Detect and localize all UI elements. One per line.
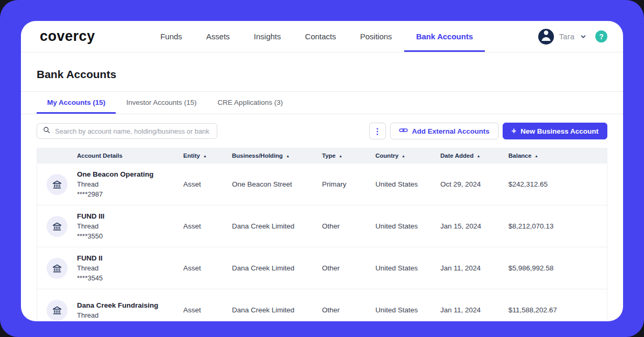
account-name: Dana Creek Fundraising: [77, 300, 183, 310]
column-balance[interactable]: Balance▲: [508, 153, 607, 159]
user-avatar[interactable]: [538, 29, 554, 45]
toolbar: ⋮ Add External Accounts + New Business A…: [37, 123, 607, 139]
sort-asc-icon[interactable]: ▲: [203, 154, 207, 158]
column-account-details: Account Details: [77, 153, 183, 159]
business-cell: Dana Creek Limited: [232, 306, 322, 314]
entity-cell: Asset: [183, 306, 232, 314]
covercy-logo: covercy: [40, 28, 95, 45]
tab-investor-accounts[interactable]: Investor Accounts (15): [116, 92, 207, 114]
tab-bar: My Accounts (15) Investor Accounts (15) …: [21, 91, 623, 114]
tab-cre-applications[interactable]: CRE Applications (3): [207, 92, 294, 114]
link-icon: [399, 126, 408, 136]
balance-cell: $11,588,202.67: [508, 306, 607, 314]
balance-cell: $5,986,992.58: [508, 264, 607, 272]
nav-item-bank-accounts[interactable]: Bank Accounts: [404, 21, 485, 52]
main-nav: Funds Assets Insights Contacts Positions…: [95, 21, 538, 52]
country-cell: United States: [375, 222, 440, 230]
search-box[interactable]: [37, 123, 217, 139]
sort-asc-icon[interactable]: ▲: [286, 154, 290, 158]
column-date-added[interactable]: Date Added▲: [440, 153, 508, 159]
bank-icon: [47, 174, 68, 195]
page-content: Bank Accounts My Accounts (15) Investor …: [21, 68, 623, 321]
column-entity[interactable]: Entity▲: [183, 153, 232, 159]
entity-cell: Asset: [183, 264, 232, 272]
account-details-cell: FUND II Thread ****3545: [77, 253, 183, 283]
nav-item-contacts[interactable]: Contacts: [293, 21, 348, 52]
business-cell: One Beacon Street: [232, 180, 322, 188]
account-name: One Beacon Operating: [77, 169, 183, 179]
user-area: Tara ?: [538, 21, 607, 52]
add-external-accounts-label: Add External Accounts: [412, 127, 490, 135]
kebab-icon: ⋮: [373, 126, 382, 136]
plus-icon: +: [512, 126, 516, 136]
new-business-account-button[interactable]: + New Business Account: [503, 123, 607, 139]
purple-frame: covercy Funds Assets Insights Contacts P…: [0, 0, 644, 337]
balance-cell: $242,312.65: [508, 180, 607, 188]
table-header: Account Details Entity▲ Business/Holding…: [37, 148, 607, 164]
bank-icon: [47, 216, 68, 237]
table-row[interactable]: FUND II Thread ****3545 Asset Dana Creek…: [37, 247, 607, 289]
nav-item-positions[interactable]: Positions: [348, 21, 404, 52]
business-cell: Dana Creek Limited: [232, 222, 322, 230]
entity-cell: Asset: [183, 222, 232, 230]
table-row[interactable]: Dana Creek Fundraising Thread Asset Dana…: [37, 289, 607, 321]
account-bank: Thread: [77, 310, 183, 320]
date-added-cell: Oct 29, 2024: [440, 180, 508, 188]
nav-item-insights[interactable]: Insights: [242, 21, 293, 52]
account-number: ****3550: [77, 231, 183, 241]
date-added-cell: Jan 11, 2024: [440, 264, 508, 272]
country-cell: United States: [375, 180, 440, 188]
person-icon: [538, 29, 554, 45]
date-added-cell: Jan 15, 2024: [440, 222, 508, 230]
country-cell: United States: [375, 264, 440, 272]
sort-asc-icon[interactable]: ▲: [476, 154, 480, 158]
user-name: Tara: [559, 32, 574, 41]
account-bank: Thread: [77, 263, 183, 273]
toolbar-actions: ⋮ Add External Accounts + New Business A…: [369, 123, 607, 139]
type-cell: Other: [322, 306, 375, 314]
account-details-cell: FUND III Thread ****3550: [77, 211, 183, 241]
sort-asc-icon[interactable]: ▲: [339, 154, 342, 158]
bank-icon: [47, 258, 68, 279]
account-number: ****3545: [77, 273, 183, 283]
account-name: FUND II: [77, 253, 183, 263]
balance-cell: $8,212,070.13: [508, 222, 607, 230]
bank-icon: [47, 300, 68, 321]
app-window: covercy Funds Assets Insights Contacts P…: [21, 21, 623, 321]
sort-asc-icon[interactable]: ▲: [535, 154, 538, 158]
sort-asc-icon[interactable]: ▲: [402, 154, 405, 158]
chevron-down-icon[interactable]: [580, 33, 587, 40]
table-row[interactable]: One Beacon Operating Thread ****2987 Ass…: [37, 164, 607, 205]
account-details-cell: Dana Creek Fundraising Thread: [77, 300, 183, 320]
more-options-button[interactable]: ⋮: [369, 123, 386, 139]
type-cell: Other: [322, 264, 375, 272]
account-bank: Thread: [77, 179, 183, 189]
accounts-table: Account Details Entity▲ Business/Holding…: [37, 148, 607, 321]
page-title: Bank Accounts: [37, 68, 607, 81]
account-number: ****2987: [77, 189, 183, 199]
search-icon: [42, 126, 51, 136]
business-cell: Dana Creek Limited: [232, 264, 322, 272]
column-type[interactable]: Type▲: [322, 153, 375, 159]
table-row[interactable]: FUND III Thread ****3550 Asset Dana Cree…: [37, 205, 607, 247]
search-input[interactable]: [55, 127, 212, 135]
new-business-account-label: New Business Account: [520, 127, 598, 135]
type-cell: Other: [322, 222, 375, 230]
date-added-cell: Jan 11, 2024: [440, 306, 508, 314]
nav-item-funds[interactable]: Funds: [148, 21, 194, 52]
entity-cell: Asset: [183, 180, 232, 188]
account-bank: Thread: [77, 221, 183, 231]
help-icon[interactable]: ?: [595, 30, 607, 42]
tab-my-accounts[interactable]: My Accounts (15): [37, 92, 116, 114]
column-country[interactable]: Country▲: [375, 153, 440, 159]
column-business-holding[interactable]: Business/Holding▲: [232, 153, 322, 159]
account-details-cell: One Beacon Operating Thread ****2987: [77, 169, 183, 199]
type-cell: Primary: [322, 180, 375, 188]
country-cell: United States: [375, 306, 440, 314]
account-name: FUND III: [77, 211, 183, 221]
add-external-accounts-button[interactable]: Add External Accounts: [390, 123, 498, 139]
top-nav: covercy Funds Assets Insights Contacts P…: [21, 21, 623, 52]
nav-item-assets[interactable]: Assets: [194, 21, 242, 52]
